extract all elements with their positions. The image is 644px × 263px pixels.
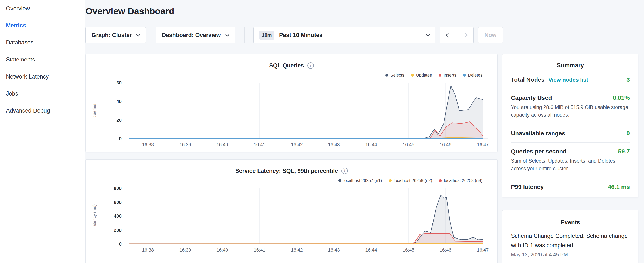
qps-description: Sum of Selects, Updates, Inserts, and De…: [511, 157, 630, 172]
qps-value: 59.7: [618, 148, 630, 155]
svg-text:16:38: 16:38: [142, 142, 154, 147]
legend-item[interactable]: localhost:26259 (n2): [389, 178, 432, 183]
chevron-right-icon: [463, 33, 468, 38]
legend-item[interactable]: Selects: [386, 73, 404, 78]
chart-header: Service Latency: SQL, 99th percentile i: [86, 166, 497, 176]
chart-title: Service Latency: SQL, 99th percentile: [235, 168, 338, 174]
event-list-item[interactable]: Schema Change Completed: Schema change w…: [511, 231, 630, 258]
chevron-down-icon: [136, 33, 140, 36]
svg-text:40: 40: [116, 99, 122, 104]
total-nodes-label: Total Nodes: [511, 76, 544, 83]
svg-text:400: 400: [114, 213, 122, 219]
chart-legend: SelectsUpdatesInsertsDeletes: [86, 71, 497, 79]
graph-dropdown-label: Graph: Cluster: [92, 32, 132, 39]
sidebar: Overview Metrics Databases Statements Ne…: [0, 0, 86, 263]
chart-header: SQL Queries i: [86, 60, 497, 71]
sql-queries-plot[interactable]: 020406016:3816:3916:4016:4116:4216:4316:…: [86, 80, 498, 150]
sidebar-item-network-latency[interactable]: Network Latency: [0, 68, 86, 85]
chevron-left-icon: [446, 33, 451, 38]
summary-title: Summary: [511, 62, 630, 69]
svg-text:16:40: 16:40: [216, 142, 228, 147]
main-content: Overview Dashboard Graph: Cluster Dashbo…: [86, 0, 644, 263]
total-nodes-value: 3: [626, 76, 630, 83]
now-button[interactable]: Now: [478, 27, 503, 43]
legend-label: Inserts: [444, 73, 456, 78]
legend-dot: [338, 179, 341, 182]
events-panel: Events Schema Change Completed: Schema c…: [502, 210, 638, 263]
service-latency-chart-card: Service Latency: SQL, 99th percentile i …: [86, 159, 498, 263]
legend-label: Deletes: [468, 73, 482, 78]
app-root: Overview Metrics Databases Statements Ne…: [0, 0, 644, 263]
svg-text:16:39: 16:39: [180, 247, 191, 252]
info-icon[interactable]: i: [342, 168, 348, 174]
legend-item[interactable]: Updates: [411, 73, 432, 78]
chevron-down-icon: [225, 33, 229, 36]
time-prev-button[interactable]: [440, 27, 457, 43]
event-text: Schema Change Completed: Schema change w…: [511, 231, 630, 250]
right-column: Summary Total Nodes View nodes list 3 Ca…: [502, 54, 638, 263]
view-nodes-list-link[interactable]: View nodes list: [548, 77, 588, 83]
legend-item[interactable]: localhost:26257 (n1): [338, 178, 382, 183]
time-nav-buttons: [440, 27, 474, 43]
chevron-down-icon: [426, 33, 430, 36]
p99-latency-value: 46.1 ms: [608, 184, 630, 190]
svg-text:16:42: 16:42: [291, 247, 303, 252]
legend-item[interactable]: Inserts: [438, 73, 456, 78]
svg-text:16:43: 16:43: [328, 142, 340, 147]
legend-label: localhost:26257 (n1): [343, 178, 382, 183]
legend-label: Selects: [390, 73, 404, 78]
summary-panel: Summary Total Nodes View nodes list 3 Ca…: [502, 54, 638, 197]
sidebar-item-jobs[interactable]: Jobs: [0, 85, 86, 102]
legend-item[interactable]: Deletes: [463, 73, 482, 78]
svg-text:60: 60: [116, 80, 122, 86]
capacity-used-label: Capacity Used: [511, 95, 552, 101]
legend-dot: [463, 74, 466, 77]
svg-text:800: 800: [114, 185, 122, 191]
qps-label: Queries per second: [511, 148, 566, 155]
summary-row-p99-latency: P99 latency 46.1 ms: [511, 178, 630, 196]
sidebar-item-statements[interactable]: Statements: [0, 51, 86, 68]
svg-text:16:40: 16:40: [216, 247, 228, 252]
svg-text:16:39: 16:39: [180, 142, 191, 147]
legend-dot: [438, 74, 442, 77]
chart-title: SQL Queries: [269, 62, 304, 69]
summary-row-queries-per-second: Queries per second 59.7 Sum of Selects, …: [511, 143, 630, 178]
time-next-button[interactable]: [457, 27, 474, 43]
legend-dot: [411, 74, 414, 77]
sidebar-item-databases[interactable]: Databases: [0, 34, 86, 51]
sidebar-item-metrics[interactable]: Metrics: [0, 17, 86, 34]
unavailable-ranges-value: 0: [626, 130, 630, 137]
svg-text:600: 600: [114, 200, 122, 205]
dashboard-dropdown[interactable]: Dashboard: Overview: [156, 27, 235, 43]
charts-column: SQL Queries i SelectsUpdatesInsertsDelet…: [86, 54, 498, 263]
svg-text:queries: queries: [92, 104, 97, 118]
legend-item[interactable]: localhost:26258 (n3): [439, 178, 482, 183]
legend-label: localhost:26258 (n3): [444, 178, 482, 183]
svg-text:16:44: 16:44: [365, 247, 377, 252]
svg-text:16:45: 16:45: [403, 247, 414, 252]
time-window-selector[interactable]: 10m Past 10 Minutes: [254, 27, 435, 43]
dashboard-dropdown-label: Dashboard: Overview: [162, 32, 221, 39]
svg-text:16:46: 16:46: [440, 142, 451, 147]
svg-text:16:41: 16:41: [254, 142, 265, 147]
legend-label: localhost:26259 (n2): [394, 178, 432, 183]
svg-text:16:44: 16:44: [365, 142, 377, 147]
svg-text:0: 0: [119, 241, 122, 247]
summary-row-unavailable-ranges: Unavailable ranges 0: [511, 124, 630, 143]
toolbar-divider: [244, 27, 244, 43]
legend-dot: [439, 179, 442, 182]
sidebar-item-overview[interactable]: Overview: [0, 0, 86, 17]
svg-text:16:42: 16:42: [291, 142, 303, 147]
legend-dot: [386, 74, 388, 77]
time-window-label: Past 10 Minutes: [279, 32, 322, 39]
graph-dropdown[interactable]: Graph: Cluster: [86, 27, 146, 43]
svg-text:latency (ms): latency (ms): [92, 204, 97, 228]
svg-text:16:43: 16:43: [328, 247, 340, 252]
dashboard-body: SQL Queries i SelectsUpdatesInsertsDelet…: [86, 54, 644, 263]
svg-text:16:47: 16:47: [477, 142, 488, 147]
svg-text:20: 20: [116, 117, 122, 123]
event-timestamp: May 13, 2020 at 4:45 PM: [511, 252, 630, 258]
service-latency-plot[interactable]: 020040060080016:3816:3916:4016:4116:4216…: [86, 185, 498, 256]
info-icon[interactable]: i: [308, 62, 314, 69]
sidebar-item-advanced-debug[interactable]: Advanced Debug: [0, 102, 86, 119]
